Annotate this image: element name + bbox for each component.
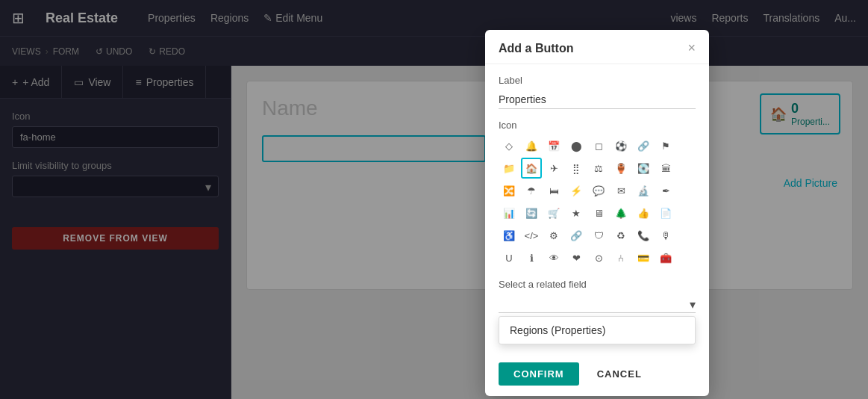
related-field-select-wrap: Regions (Properties) ▾ (499, 294, 696, 313)
dialog-overlay[interactable]: Add a Button × Label Icon ◇🔔📅⬤◻⚽🔗⚑📁🏠✈⣿⚖🏺… (0, 0, 868, 399)
icon-cell-21[interactable]: ✉ (611, 180, 631, 201)
icon-cell-35[interactable]: 🔗 (566, 225, 587, 246)
icon-cell-43[interactable]: ❤ (566, 247, 587, 268)
icon-cell-41[interactable]: ℹ (521, 247, 542, 268)
confirm-button[interactable]: CONFIRM (499, 362, 579, 386)
dialog-title: Add a Button (499, 42, 573, 55)
icon-cell-45[interactable]: ⑃ (611, 247, 631, 268)
add-button-dialog: Add a Button × Label Icon ◇🔔📅⬤◻⚽🔗⚑📁🏠✈⣿⚖🏺… (485, 30, 709, 396)
icon-cell-28[interactable]: 🖥 (588, 202, 609, 223)
icon-cell-1[interactable]: 🔔 (521, 135, 542, 156)
icon-cell-27[interactable]: ★ (566, 202, 587, 223)
icon-cell-15[interactable]: 🏛 (655, 158, 676, 179)
icon-cell-25[interactable]: 🔄 (521, 202, 542, 223)
icon-section-label: Icon (499, 120, 696, 131)
icon-cell-8[interactable]: 📁 (499, 158, 519, 179)
icon-cell-12[interactable]: ⚖ (588, 158, 609, 179)
icon-cell-17[interactable]: ☂ (521, 180, 542, 201)
icon-cell-22[interactable]: 🔬 (633, 180, 654, 201)
icon-cell-24[interactable]: 📊 (499, 202, 519, 223)
icon-cell-3[interactable]: ⬤ (566, 135, 587, 156)
icon-cell-11[interactable]: ⣿ (566, 158, 587, 179)
icon-cell-29[interactable]: 🌲 (611, 202, 631, 223)
dialog-header: Add a Button × (485, 30, 709, 64)
cancel-button[interactable]: CANCEL (585, 362, 654, 386)
icon-cell-7[interactable]: ⚑ (655, 135, 676, 156)
icon-cell-16[interactable]: 🔀 (499, 180, 519, 201)
icon-cell-31[interactable]: 📄 (655, 202, 676, 223)
icon-cell-14[interactable]: 💽 (633, 158, 654, 179)
icon-cell-33[interactable]: </> (521, 225, 542, 246)
dialog-footer: CONFIRM CANCEL (485, 355, 709, 396)
dropdown-below: Regions (Properties) (499, 316, 696, 344)
icon-cell-5[interactable]: ⚽ (611, 135, 631, 156)
icon-cell-10[interactable]: ✈ (543, 158, 564, 179)
icon-cell-46[interactable]: 💳 (633, 247, 654, 268)
icon-cell-18[interactable]: 🛏 (543, 180, 564, 201)
icon-cell-32[interactable]: ♿ (499, 225, 519, 246)
icon-cell-13[interactable]: 🏺 (611, 158, 631, 179)
icon-cell-42[interactable]: 👁 (543, 247, 564, 268)
icon-cell-47[interactable]: 🧰 (655, 247, 676, 268)
icon-cell-44[interactable]: ⊙ (588, 247, 609, 268)
icon-cell-23[interactable]: ✒ (655, 180, 676, 201)
icon-cell-37[interactable]: ♻ (611, 225, 631, 246)
icon-grid: ◇🔔📅⬤◻⚽🔗⚑📁🏠✈⣿⚖🏺💽🏛🔀☂🛏⚡💬✉🔬✒📊🔄🛒★🖥🌲👍📄♿</>⚙🔗🛡♻… (499, 135, 696, 268)
dialog-close-button[interactable]: × (687, 40, 696, 56)
icon-cell-34[interactable]: ⚙ (543, 225, 564, 246)
label-input[interactable] (499, 90, 696, 109)
dropdown-item-regions[interactable]: Regions (Properties) (499, 317, 695, 344)
icon-cell-30[interactable]: 👍 (633, 202, 654, 223)
related-field-label: Select a related field (499, 279, 696, 290)
label-field-label: Label (499, 75, 696, 86)
dialog-body: Label Icon ◇🔔📅⬤◻⚽🔗⚑📁🏠✈⣿⚖🏺💽🏛🔀☂🛏⚡💬✉🔬✒📊🔄🛒★🖥… (485, 64, 709, 355)
icon-cell-39[interactable]: 🎙 (655, 225, 676, 246)
icon-cell-20[interactable]: 💬 (588, 180, 609, 201)
icon-cell-9[interactable]: 🏠 (521, 158, 542, 179)
icon-cell-0[interactable]: ◇ (499, 135, 519, 156)
icon-cell-26[interactable]: 🛒 (543, 202, 564, 223)
icon-cell-19[interactable]: ⚡ (566, 180, 587, 201)
icon-cell-2[interactable]: 📅 (543, 135, 564, 156)
icon-cell-4[interactable]: ◻ (588, 135, 609, 156)
related-field-select[interactable]: Regions (Properties) (499, 294, 696, 313)
icon-cell-6[interactable]: 🔗 (633, 135, 654, 156)
icon-cell-38[interactable]: 📞 (633, 225, 654, 246)
icon-cell-40[interactable]: U (499, 247, 519, 268)
icon-cell-36[interactable]: 🛡 (588, 225, 609, 246)
